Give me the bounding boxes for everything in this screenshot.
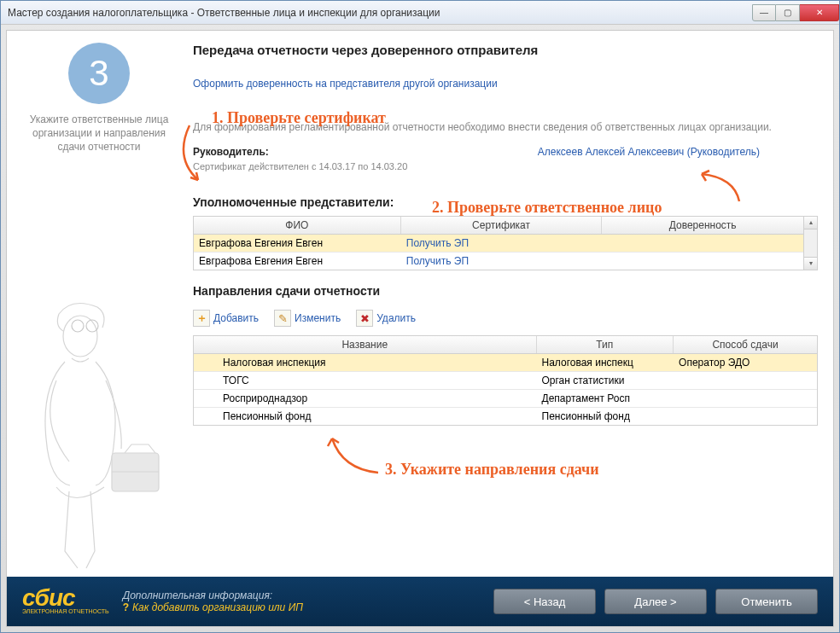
nav-buttons: < Назад Далее > Отменить: [493, 589, 818, 614]
table-row[interactable]: Евграфова Евгения ЕвгенПолучить ЭП: [194, 253, 803, 270]
dirs-col-method[interactable]: Способ сдачи: [674, 336, 817, 353]
svg-point-1: [72, 320, 84, 332]
main-panel: Передача отчетности через доверенного от…: [193, 43, 818, 568]
table-row[interactable]: Евграфова Евгения ЕвгенПолучить ЭП: [194, 235, 803, 253]
leader-label: Руководитель:: [193, 146, 269, 158]
woman-briefcase-illustration: [7, 295, 176, 577]
annotation-3: 3. Укажите направления сдачи: [385, 461, 599, 479]
dir-method: Оператор ЭДО: [674, 354, 817, 371]
dir-name: Пенсионный фонд: [194, 408, 537, 425]
footer-info: Дополнительная информация: ?Как добавить…: [123, 589, 480, 613]
proxy-delegation-link[interactable]: Оформить доверенность на представителя д…: [193, 78, 818, 90]
plus-icon: ＋: [193, 310, 210, 327]
close-button[interactable]: ✕: [800, 4, 839, 21]
logo-subtitle: ЭЛЕКТРОННАЯ ОТЧЕТНОСТЬ: [22, 608, 109, 614]
directions-table[interactable]: Название Тип Способ сдачи Налоговая инсп…: [193, 335, 818, 426]
dir-name: Налоговая инспекция: [194, 354, 537, 371]
dirs-col-name[interactable]: Название: [194, 336, 537, 353]
client-area: 3 Укажите ответственные лица организации…: [6, 30, 834, 627]
next-button[interactable]: Далее >: [604, 589, 707, 614]
rep-dov: [602, 235, 803, 252]
svg-point-0: [63, 316, 97, 357]
maximize-button[interactable]: ▢: [776, 4, 800, 21]
page-title: Передача отчетности через доверенного от…: [193, 43, 818, 57]
sbis-logo: сбис ЭЛЕКТРОННАЯ ОТЧЕТНОСТЬ: [22, 589, 109, 613]
delete-label: Удалить: [376, 312, 416, 324]
reps-col-dov[interactable]: Доверенность: [602, 217, 803, 234]
window-title: Мастер создания налогоплательщика - Отве…: [8, 7, 440, 19]
rep-dov: [602, 253, 803, 270]
titlebar: Мастер создания налогоплательщика - Отве…: [1, 1, 839, 25]
table-row[interactable]: РосприроднадзорДепартамент Росп: [194, 390, 817, 408]
dirs-col-type[interactable]: Тип: [537, 336, 674, 353]
edit-button[interactable]: ✎ Изменить: [274, 310, 341, 327]
delete-button[interactable]: ✖ Удалить: [356, 310, 416, 327]
content-area: 3 Укажите ответственные лица организации…: [7, 31, 833, 577]
scroll-down-icon[interactable]: ▾: [804, 257, 817, 270]
delete-icon: ✖: [356, 310, 373, 327]
add-label: Добавить: [213, 312, 259, 324]
dir-type: Пенсионный фонд: [537, 408, 674, 425]
scroll-up-icon[interactable]: ▴: [804, 217, 817, 229]
directions-heading: Направления сдачи отчетности: [193, 284, 818, 298]
app-window: Мастер создания налогоплательщика - Отве…: [0, 0, 840, 633]
footer-help-link[interactable]: ?Как добавить организацию или ИП: [123, 601, 480, 613]
certificate-validity: Сертификат действителен с 14.03.17 по 14…: [193, 161, 818, 171]
dir-method: [674, 372, 817, 389]
rep-fio: Евграфова Евгения Евген: [194, 253, 401, 270]
directions-toolbar: ＋ Добавить ✎ Изменить ✖ Удалить: [193, 310, 818, 327]
reps-col-cert[interactable]: Сертификат: [401, 217, 603, 234]
step-number-badge: 3: [68, 43, 130, 104]
dir-type: Орган статистики: [537, 372, 674, 389]
footer-info-title: Дополнительная информация:: [123, 589, 480, 601]
dir-method: [674, 408, 817, 425]
pencil-icon: ✎: [274, 310, 291, 327]
representatives-table[interactable]: ФИО Сертификат Доверенность Евграфова Ев…: [193, 216, 804, 270]
wizard-footer: сбис ЭЛЕКТРОННАЯ ОТЧЕТНОСТЬ Дополнительн…: [7, 577, 833, 626]
back-button[interactable]: < Назад: [493, 589, 596, 614]
edit-label: Изменить: [295, 312, 341, 324]
get-signature-link[interactable]: Получить ЭП: [401, 253, 603, 270]
representatives-heading: Уполномоченные представители:: [193, 195, 818, 209]
reps-scrollbar[interactable]: ▴ ▾: [804, 216, 818, 270]
dir-name: ТОГС: [194, 372, 537, 389]
table-row[interactable]: Пенсионный фондПенсионный фонд: [194, 408, 817, 425]
info-text: Для формирования регламентированной отче…: [193, 120, 818, 134]
wizard-sidebar: 3 Укажите ответственные лица организации…: [22, 43, 176, 568]
table-row[interactable]: Налоговая инспекцияНалоговая инспекцОпер…: [194, 354, 817, 372]
cancel-button[interactable]: Отменить: [715, 589, 818, 614]
add-button[interactable]: ＋ Добавить: [193, 310, 259, 327]
dir-name: Росприроднадзор: [194, 390, 537, 407]
get-signature-link[interactable]: Получить ЭП: [401, 235, 603, 252]
reps-col-fio[interactable]: ФИО: [194, 217, 401, 234]
leader-person-link[interactable]: Алексеев Алексей Алексеевич (Руководител…: [538, 146, 760, 158]
annotation-arrow-3: [325, 435, 385, 478]
dir-type: Департамент Росп: [537, 390, 674, 407]
rep-fio: Евграфова Евгения Евген: [194, 235, 401, 252]
logo-text: сбис: [22, 589, 109, 607]
representatives-table-wrap: ФИО Сертификат Доверенность Евграфова Ев…: [193, 216, 818, 270]
step-hint: Укажите ответственные лица организации и…: [22, 113, 176, 154]
window-controls: — ▢ ✕: [752, 4, 839, 21]
dir-type: Налоговая инспекц: [537, 354, 674, 371]
minimize-button[interactable]: —: [752, 4, 776, 21]
dir-method: [674, 390, 817, 407]
table-row[interactable]: ТОГСОрган статистики: [194, 372, 817, 390]
